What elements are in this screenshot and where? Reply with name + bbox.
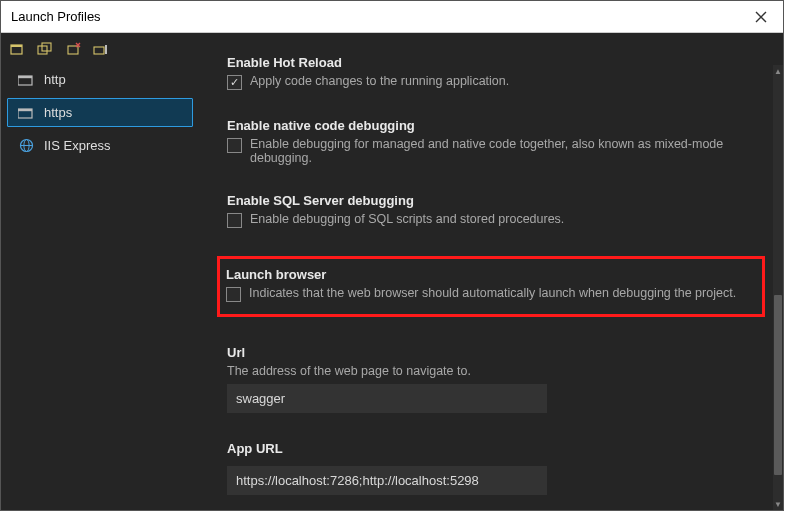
- section-desc: The address of the web page to navigate …: [227, 364, 755, 378]
- section-sql-debug: Enable SQL Server debugging Enable debug…: [227, 193, 755, 228]
- profile-list: http https IIS Express: [1, 65, 199, 160]
- rename-profile-icon[interactable]: [93, 41, 111, 57]
- delete-profile-icon[interactable]: [65, 41, 83, 57]
- app-url-input[interactable]: [227, 466, 547, 495]
- section-desc: Apply code changes to the running applic…: [250, 74, 509, 88]
- launch-browser-checkbox[interactable]: [226, 287, 241, 302]
- sidebar: http https IIS Express: [1, 33, 199, 510]
- svg-rect-10: [18, 109, 32, 111]
- project-icon: [18, 73, 34, 87]
- scroll-thumb[interactable]: [774, 295, 782, 475]
- globe-icon: [18, 139, 34, 153]
- profile-item-http[interactable]: http: [7, 65, 193, 94]
- section-title: Launch browser: [226, 267, 752, 282]
- project-icon: [18, 106, 34, 120]
- section-desc: Enable debugging of SQL scripts and stor…: [250, 212, 564, 226]
- section-title: Url: [227, 345, 755, 360]
- profile-label: http: [44, 72, 66, 87]
- new-profile-icon[interactable]: [9, 41, 27, 57]
- hot-reload-checkbox[interactable]: [227, 75, 242, 90]
- duplicate-profile-icon[interactable]: [37, 41, 55, 57]
- profile-label: https: [44, 105, 72, 120]
- section-hot-reload: Enable Hot Reload Apply code changes to …: [227, 55, 755, 90]
- url-input[interactable]: [227, 384, 547, 413]
- launch-profiles-dialog: Launch Profiles: [0, 0, 784, 511]
- scroll-down-icon[interactable]: ▼: [773, 498, 783, 510]
- settings-panel: Enable Hot Reload Apply code changes to …: [199, 33, 783, 510]
- section-desc: Enable debugging for managed and native …: [250, 137, 755, 165]
- svg-rect-6: [105, 45, 107, 54]
- profile-item-iis-express[interactable]: IIS Express: [7, 131, 193, 160]
- section-title: Enable native code debugging: [227, 118, 755, 133]
- native-debug-checkbox[interactable]: [227, 138, 242, 153]
- profile-label: IIS Express: [44, 138, 110, 153]
- section-native-debug: Enable native code debugging Enable debu…: [227, 118, 755, 165]
- svg-rect-5: [94, 47, 104, 54]
- section-app-url: App URL: [227, 441, 755, 495]
- sql-debug-checkbox[interactable]: [227, 213, 242, 228]
- close-button[interactable]: [739, 1, 783, 33]
- svg-rect-1: [11, 45, 22, 47]
- window-title: Launch Profiles: [11, 9, 101, 24]
- profile-toolbar: [1, 37, 199, 65]
- section-title: Enable SQL Server debugging: [227, 193, 755, 208]
- profile-item-https[interactable]: https: [7, 98, 193, 127]
- section-title: Enable Hot Reload: [227, 55, 755, 70]
- dialog-body: http https IIS Express Enable H: [1, 33, 783, 510]
- section-title: App URL: [227, 441, 755, 456]
- scroll-up-icon[interactable]: ▲: [773, 65, 783, 77]
- svg-rect-8: [18, 76, 32, 78]
- section-url: Url The address of the web page to navig…: [227, 345, 755, 413]
- titlebar: Launch Profiles: [1, 1, 783, 33]
- section-desc: Indicates that the web browser should au…: [249, 286, 736, 300]
- section-launch-browser: Launch browser Indicates that the web br…: [217, 256, 765, 317]
- vertical-scrollbar[interactable]: ▲ ▼: [773, 65, 783, 510]
